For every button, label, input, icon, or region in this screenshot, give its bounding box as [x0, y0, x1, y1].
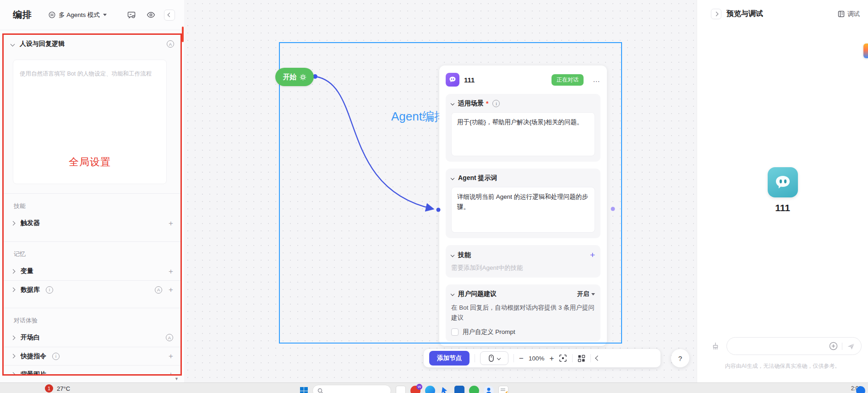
info-icon: i [52, 353, 60, 360]
chat-settings-icon[interactable] [126, 9, 137, 21]
search-icon [317, 388, 323, 393]
windows-start-icon[interactable] [300, 387, 308, 393]
page-title: 编排 [13, 9, 32, 21]
add-icon[interactable]: + [169, 352, 173, 360]
caret-down-icon [591, 293, 595, 295]
temperature-label[interactable]: 27°C [57, 385, 70, 392]
persona-editor[interactable]: 使用自然语言填写 Bot 的人物设定、功能和工作流程 全局设置 [13, 60, 167, 184]
custom-prompt-label: 用户自定义 Prompt [463, 328, 515, 336]
sidebar-item-database[interactable]: 数据库 i A + [4, 280, 180, 299]
sidebar-item-background[interactable]: 背景图片 + [4, 365, 180, 376]
app-icon-browser[interactable] [425, 386, 435, 393]
app-badge-w: W [416, 384, 422, 390]
group-label: 对话体验 [4, 308, 180, 328]
persona-section-header[interactable]: 人设与回复逻辑 A [4, 35, 180, 53]
caret-down-icon [103, 14, 107, 16]
custom-prompt-checkbox[interactable] [451, 328, 459, 336]
collapse-panel-button[interactable] [164, 10, 175, 21]
orchestration-panel: 编排 多 Agents 模式 人设与回复逻辑 A 使用自然语言填写 Bot 的人… [0, 0, 184, 382]
task-view-icon[interactable] [396, 386, 406, 393]
skills-placeholder: 需要添加到Agent中的技能 [451, 264, 595, 272]
ai-optimize-icon[interactable]: A [167, 40, 174, 48]
visibility-icon[interactable] [145, 9, 157, 21]
cursor-mode-dropdown[interactable] [480, 351, 508, 365]
bot-hero: 111 [697, 167, 868, 213]
app-icon-red[interactable]: W [410, 386, 420, 393]
help-button[interactable]: ? [671, 349, 689, 367]
bot-name: 111 [775, 202, 790, 213]
floating-widget[interactable] [863, 44, 868, 58]
chevron-right-icon [714, 12, 719, 16]
app-icon-blue-square[interactable] [454, 386, 464, 393]
info-icon: i [46, 286, 53, 294]
group-label: 记忆 [4, 242, 180, 262]
chevron-right-icon [11, 372, 16, 376]
chevron-right-icon [11, 354, 16, 359]
attach-plus-icon[interactable] [829, 342, 838, 350]
expand-preview-button[interactable] [711, 9, 721, 19]
preview-panel: 预览与调试 调试 111 内容由AI生成，无法确保真实准确，仅供参考。 [697, 0, 868, 382]
app-icon-person[interactable] [484, 386, 494, 393]
flow-canvas[interactable]: 开始 Agent编排 111 正在对话 … 适用场景 * i 用于{功能}，帮助… [184, 0, 697, 382]
scene-section: 适用场景 * i 用于{功能}，帮助用户解决{场景}相关的问题。 [446, 94, 601, 162]
agent-orchestration-label: Agent编排 [391, 109, 446, 125]
app-icon-pointer[interactable] [440, 386, 450, 393]
group-label: 技能 [4, 194, 180, 214]
divider [475, 354, 475, 362]
skills-section-header[interactable]: 技能 + [451, 251, 595, 259]
prompt-textarea[interactable]: 详细说明当前 Agent 的运行逻辑和处理问题的步骤。 [451, 187, 595, 233]
scene-section-header[interactable]: 适用场景 * i [451, 99, 595, 108]
chevron-right-icon [11, 221, 16, 225]
agent-title: 111 [464, 76, 475, 84]
divider [513, 354, 514, 362]
group-chat-experience: 对话体验 开场白 A 快捷指令 i + 背景图片 + [4, 308, 180, 376]
weather-alert-badge[interactable]: 1 [45, 384, 53, 393]
chevron-down-icon [11, 42, 15, 46]
tray-icon-partial[interactable] [856, 386, 865, 393]
agent-output-port-dot[interactable] [611, 207, 615, 211]
prompt-section-header[interactable]: Agent 提示词 [451, 174, 595, 182]
add-icon[interactable]: + [169, 267, 173, 275]
send-icon[interactable] [846, 342, 856, 351]
chevron-right-icon [11, 335, 16, 340]
scene-textarea[interactable]: 用于{功能}，帮助用户解决{场景}相关的问题。 [451, 112, 595, 156]
agents-mode-dropdown[interactable]: 多 Agents 模式 [49, 11, 107, 19]
taskbar-search[interactable] [312, 385, 391, 393]
add-icon[interactable]: + [169, 371, 173, 376]
layout-grid-icon[interactable] [578, 355, 585, 362]
debug-button[interactable]: 调试 [838, 10, 860, 18]
group-memory: 记忆 变量 + 数据库 i A + [4, 241, 180, 299]
suggestion-section-header[interactable]: 用户问题建议 开启 [451, 290, 595, 298]
scrollbar-thumb[interactable] [182, 27, 184, 42]
add-node-button[interactable]: 添加节点 [429, 351, 469, 366]
ai-optimize-icon[interactable]: A [155, 286, 162, 294]
add-icon[interactable]: + [169, 219, 173, 227]
clear-chat-icon[interactable] [711, 342, 720, 351]
app-icon-notepad[interactable] [498, 386, 508, 393]
more-options-icon[interactable]: … [593, 76, 601, 83]
sidebar-item-trigger[interactable]: 触发器 + [4, 214, 180, 232]
sidebar-item-variables[interactable]: 变量 + [4, 262, 180, 280]
global-settings-highlight: 人设与回复逻辑 A 使用自然语言填写 Bot 的人物设定、功能和工作流程 全局设… [2, 33, 182, 376]
fit-view-icon[interactable] [559, 354, 567, 362]
start-node[interactable]: 开始 [275, 68, 314, 86]
required-mark: * [486, 100, 488, 107]
preview-title: 预览与调试 [726, 9, 763, 19]
zoom-out-icon[interactable]: − [519, 355, 524, 362]
suggestion-toggle[interactable]: 开启 [577, 290, 595, 298]
add-skill-icon[interactable]: + [590, 251, 595, 259]
divider [842, 343, 842, 350]
sidebar-item-shortcuts[interactable]: 快捷指令 i + [4, 347, 180, 365]
scroll-down-icon[interactable]: ▼ [175, 377, 179, 381]
bot-avatar [768, 167, 798, 197]
chat-input[interactable] [726, 337, 862, 355]
mouse-icon [489, 355, 494, 362]
agent-node-card[interactable]: 111 正在对话 … 适用场景 * i 用于{功能}，帮助用户解决{场景}相关的… [439, 66, 607, 346]
ai-optimize-icon[interactable]: A [166, 334, 173, 341]
add-icon[interactable]: + [169, 286, 173, 294]
sidebar-item-opening[interactable]: 开场白 A [4, 328, 180, 347]
global-settings-label: 全局设置 [13, 155, 166, 169]
app-icon-green[interactable] [469, 386, 479, 393]
zoom-in-icon[interactable]: + [549, 355, 554, 362]
collapse-toolbar-icon[interactable] [596, 356, 600, 360]
